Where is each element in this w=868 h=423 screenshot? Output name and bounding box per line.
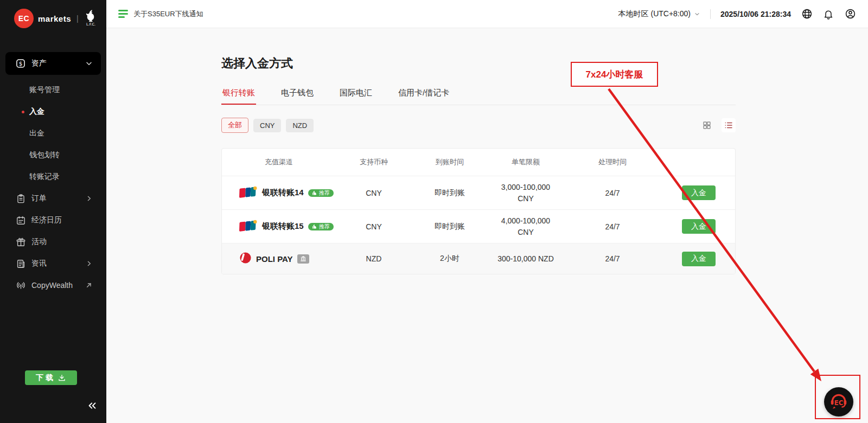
channel-name: 银联转账15	[262, 221, 304, 232]
sidebar: EC markets | L.F.C. $ 资产 账号管理	[0, 0, 106, 423]
svg-text:$: $	[19, 60, 23, 67]
unionpay-logo-icon	[239, 185, 258, 201]
page-title: 选择入金方式	[221, 55, 736, 72]
sidebar-item-activities[interactable]: 活动	[5, 231, 101, 253]
gift-icon	[15, 236, 26, 247]
header-processing-time: 处理时间	[564, 157, 661, 167]
arrival-cell: 即时到账	[412, 188, 488, 198]
currency-filters: 全部 CNY NZD	[221, 118, 736, 133]
sidebar-item-economic-calendar[interactable]: 经济日历	[5, 209, 101, 231]
user-icon[interactable]	[844, 8, 856, 20]
table-row: 银联转账14 推荐 CNY 即时到账 3,000-100,000 CNY 24/…	[222, 176, 735, 209]
announcement-text: 关于S35EUR下线通知	[133, 9, 203, 19]
brand-divider: |	[76, 14, 79, 23]
news-icon	[15, 258, 26, 269]
annotation-customer-service: 7x24小时客服	[571, 62, 658, 87]
recommend-badge: 推荐	[308, 189, 334, 197]
copywealth-icon	[15, 280, 26, 291]
arrival-cell: 2小时	[412, 254, 488, 264]
svg-text:EC: EC	[834, 399, 843, 407]
channel-name: POLI PAY	[256, 254, 293, 264]
assets-icon: $	[15, 58, 26, 69]
sidebar-item-orders[interactable]: 订单	[5, 188, 101, 209]
header-currency: 支持币种	[336, 157, 412, 167]
processing-cell: 24/7	[564, 222, 661, 231]
annotation-label: 7x24小时客服	[586, 68, 643, 81]
lfc-liverbird-icon: L.F.C.	[84, 9, 98, 28]
filter-all[interactable]: 全部	[221, 118, 248, 133]
announcement-link[interactable]: 关于S35EUR下线通知	[118, 9, 203, 19]
chevron-right-icon	[85, 259, 93, 268]
grid-view-icon[interactable]	[700, 118, 714, 132]
limit-cell: 4,000-100,000 CNY	[488, 215, 564, 238]
chat-icon: EC	[828, 392, 849, 412]
sidebar-item-assets[interactable]: $ 资产	[5, 52, 101, 75]
deposit-button[interactable]: 入金	[682, 219, 716, 234]
sidebar-item-withdraw[interactable]: 出金	[5, 123, 101, 144]
sidebar-item-label: 资产	[31, 59, 85, 68]
brand-logo[interactable]: EC markets | L.F.C.	[0, 0, 106, 36]
tab-ewallet[interactable]: 电子钱包	[280, 84, 315, 105]
bell-icon[interactable]	[822, 8, 834, 20]
currency-cell: CNY	[336, 189, 412, 197]
tab-bank-transfer[interactable]: 银行转账	[221, 84, 256, 105]
datetime: 2025/10/06 21:28:34	[720, 10, 791, 18]
sidebar-item-wallet-transfer[interactable]: 钱包划转	[5, 144, 101, 166]
channel-name: 银联转账14	[262, 188, 304, 198]
recommend-badge: 推荐	[308, 223, 334, 230]
processing-cell: 24/7	[564, 189, 661, 197]
tab-international-wire[interactable]: 国际电汇	[339, 84, 373, 105]
poli-logo-icon	[239, 252, 252, 266]
sidebar-item-account-management[interactable]: 账号管理	[5, 79, 101, 101]
sidebar-collapse-button[interactable]	[86, 399, 99, 412]
arrival-cell: 即时到账	[412, 222, 488, 232]
double-chevron-left-icon	[87, 400, 98, 411]
view-toggles	[700, 118, 736, 132]
orders-icon	[15, 193, 26, 204]
limit-cell: 3,000-100,000 CNY	[488, 182, 564, 204]
table-row: POLI PAY NZD 2小时 300-10,000 NZD 24/7 入金	[222, 243, 735, 274]
filter-cny[interactable]: CNY	[253, 119, 281, 132]
globe-icon[interactable]	[801, 8, 813, 20]
tab-credit-debit-card[interactable]: 信用卡/借记卡	[397, 84, 450, 105]
chevron-down-icon	[694, 11, 700, 17]
currency-cell: NZD	[336, 254, 412, 263]
lfc-label: L.F.C.	[86, 22, 95, 26]
deposit-method-tabs: 银行转账 电子钱包 国际电汇 信用卡/借记卡	[221, 84, 736, 105]
sidebar-item-copywealth[interactable]: CopyWealth	[5, 274, 101, 296]
unionpay-logo-icon	[239, 219, 258, 234]
topbar-right: 本地时区 (UTC+8:00) 2025/10/06 21:28:34	[618, 8, 856, 20]
sidebar-item-news[interactable]: 资讯	[5, 253, 101, 274]
deposit-button[interactable]: 入金	[682, 185, 716, 200]
topbar: 关于S35EUR下线通知 本地时区 (UTC+8:00) 2025/10/06 …	[106, 0, 868, 28]
deposit-channels-table: 充值渠道 支持币种 到账时间 单笔限额 处理时间 银联转账14	[221, 148, 736, 274]
calendar-icon	[15, 215, 26, 226]
thumbs-up-icon	[312, 224, 317, 229]
sidebar-menu: $ 资产 账号管理 入金 出金 钱包划转 转账记录	[0, 36, 106, 296]
sidebar-item-deposit[interactable]: 入金	[5, 101, 101, 123]
header-arrival-time: 到账时间	[412, 157, 488, 167]
download-icon	[58, 374, 66, 382]
ec-logo-icon: EC	[14, 9, 34, 28]
active-dot	[22, 111, 24, 113]
header-limit: 单笔限额	[488, 157, 564, 167]
divider	[710, 9, 711, 19]
sidebar-item-transfer-records[interactable]: 转账记录	[5, 166, 101, 188]
currency-cell: CNY	[336, 222, 412, 231]
list-view-icon[interactable]	[722, 118, 736, 132]
arrow-up-right-icon	[85, 281, 93, 290]
filter-nzd[interactable]: NZD	[286, 119, 314, 132]
download-button[interactable]: 下载	[25, 370, 77, 385]
deposit-button[interactable]: 入金	[682, 252, 716, 266]
chevron-down-icon	[85, 59, 93, 68]
header-channel: 充值渠道	[222, 157, 336, 167]
customer-service-chat-button[interactable]: EC	[824, 387, 853, 416]
bank-badge	[297, 254, 309, 264]
announcement-icon	[118, 10, 128, 18]
bank-icon	[300, 255, 307, 262]
main-area: 选择入金方式 银行转账 电子钱包 国际电汇 信用卡/借记卡 全部 CNY NZD	[106, 28, 868, 423]
brand-markets-label: markets	[38, 14, 71, 23]
chevron-right-icon	[85, 194, 93, 203]
processing-cell: 24/7	[564, 254, 661, 263]
timezone-selector[interactable]: 本地时区 (UTC+8:00)	[618, 9, 700, 19]
